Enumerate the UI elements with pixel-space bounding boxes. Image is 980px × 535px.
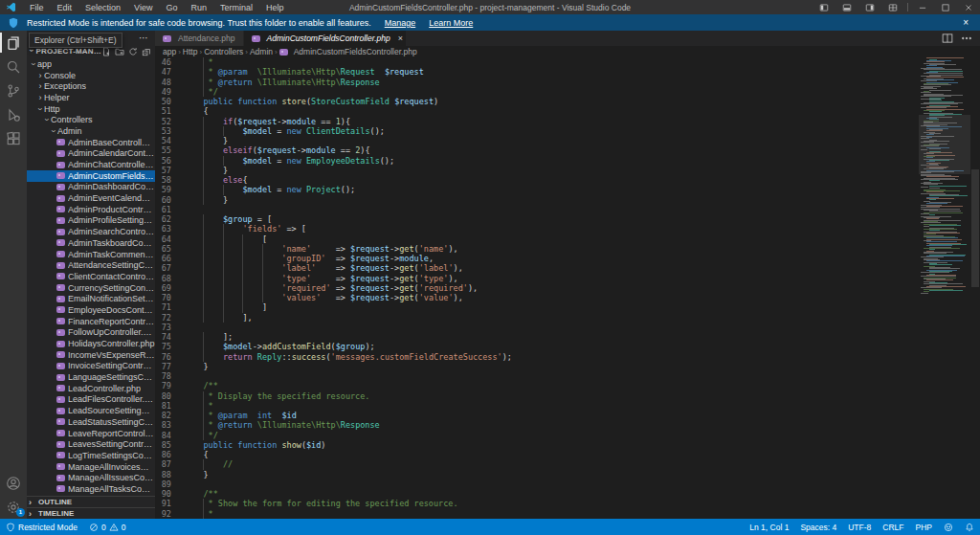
collapse-all-icon[interactable] xyxy=(142,47,151,56)
tree-item[interactable]: AdminProfileSettingsController.php xyxy=(27,215,155,227)
menu-file[interactable]: File xyxy=(23,3,51,12)
tree-item[interactable]: AdminProductController.php xyxy=(27,204,155,215)
activity-extensions[interactable] xyxy=(0,126,27,150)
breadcrumb-item[interactable]: Admin xyxy=(250,47,273,56)
activity-source-control[interactable] xyxy=(0,78,27,102)
code-line[interactable]: 69 'required' => $request->get('required… xyxy=(155,283,980,293)
views-more-actions-icon[interactable]: ⋯ xyxy=(139,33,149,43)
tree-item[interactable]: AdminCustomFieldsController.php xyxy=(27,170,155,182)
minimap[interactable] xyxy=(921,57,969,519)
status-utf-8[interactable]: UTF-8 xyxy=(842,519,877,535)
code-line[interactable]: 61 xyxy=(155,205,980,214)
status-spaces-4[interactable]: Spaces: 4 xyxy=(794,519,842,535)
menu-terminal[interactable]: Terminal xyxy=(213,3,259,12)
code-line[interactable]: 53 $model = new ClientDetails(); xyxy=(155,126,980,136)
tree-item[interactable]: AdminTaskCommentController.php xyxy=(27,249,155,260)
tree-item[interactable]: AdminTaskboardController.php xyxy=(27,237,155,249)
tree-item[interactable]: LeadStatusSettingController.php xyxy=(27,416,155,428)
code-line[interactable]: 70 'values' => $request->get('value'), xyxy=(155,293,980,302)
code-line[interactable]: 58 else{ xyxy=(155,175,980,185)
scrollbar-slider[interactable] xyxy=(971,169,979,286)
tree-item[interactable]: ›Helper xyxy=(27,92,155,103)
tree-item[interactable]: ›Controllers xyxy=(27,114,155,125)
code-line[interactable]: 83 * @return \Illuminate\Http\Response xyxy=(155,420,980,430)
code-line[interactable]: 85 public function show($id) xyxy=(155,440,980,450)
new-folder-icon[interactable] xyxy=(115,47,124,56)
close-tab-icon[interactable]: × xyxy=(398,33,403,43)
code-line[interactable]: 88 } xyxy=(155,470,980,479)
code-line[interactable]: 52 if($request->module == 1){ xyxy=(155,117,980,126)
code-line[interactable]: 90 /** xyxy=(155,489,980,499)
tree-item[interactable]: AdminChatController.php xyxy=(27,159,155,170)
code-line[interactable]: 87 // xyxy=(155,459,980,469)
tree-item[interactable]: EmployeeDocsController.php xyxy=(27,304,155,316)
menu-run[interactable]: Run xyxy=(184,3,213,12)
tree-item[interactable]: AdminSearchController.php xyxy=(27,226,155,237)
status-problems[interactable]: 00 xyxy=(83,519,131,535)
tab-admincustomfieldscontroller-php[interactable]: AdminCustomFieldsController.php× xyxy=(244,31,407,46)
layout-panel-left-icon[interactable] xyxy=(813,0,835,14)
section-timeline[interactable]: ›TIMELINE xyxy=(27,507,155,519)
code-line[interactable]: 92 * xyxy=(155,509,980,519)
status-ln-1-col-1[interactable]: Ln 1, Col 1 xyxy=(744,519,794,535)
code-line[interactable]: 65 'name' => $request->get('name'), xyxy=(155,244,980,254)
layout-panel-right-icon[interactable] xyxy=(858,0,881,14)
refresh-icon[interactable] xyxy=(128,47,138,56)
tree-item[interactable]: LeaveReportController.php xyxy=(27,428,155,439)
code-line[interactable]: 57 } xyxy=(155,166,980,175)
code-line[interactable]: 80 * Display the specified resource. xyxy=(155,391,980,401)
more-actions-icon[interactable] xyxy=(961,33,972,44)
tree-item[interactable]: FollowUpController.php xyxy=(27,327,155,339)
tree-item[interactable]: LogTimeSettingsController.php xyxy=(27,450,155,461)
minimize-icon[interactable] xyxy=(911,0,934,14)
code-line[interactable]: 91 * Show the form for editing the speci… xyxy=(155,499,980,508)
activity-run-and-debug[interactable] xyxy=(0,102,27,126)
code-editor[interactable]: 46 *47 * @param \Illuminate\Http\Request… xyxy=(155,57,980,519)
breadcrumb-item[interactable]: Controllers xyxy=(204,47,243,56)
tree-item[interactable]: EmailNotificationSettingController.php xyxy=(27,293,155,304)
code-line[interactable]: 75 $model->addCustomField($group); xyxy=(155,342,980,351)
code-line[interactable]: 48 * @return \Illuminate\Http\Response xyxy=(155,78,980,87)
breadcrumb-item[interactable]: AdminCustomFieldsController.php xyxy=(279,47,417,56)
section-outline[interactable]: ›OUTLINE xyxy=(27,496,155,507)
menu-help[interactable]: Help xyxy=(259,3,291,12)
status-feedback[interactable] xyxy=(938,519,959,535)
activity-explorer[interactable] xyxy=(0,31,27,55)
tree-item[interactable]: ManageAllInvoicesController.php xyxy=(27,461,155,473)
tree-item[interactable]: AdminEventCalendarController.php xyxy=(27,192,155,204)
layout-grid-icon[interactable] xyxy=(881,0,904,14)
tree-item[interactable]: ›app xyxy=(27,58,155,70)
tree-item[interactable]: ›Console xyxy=(27,70,155,81)
menu-go[interactable]: Go xyxy=(159,3,184,12)
code-line[interactable]: 77 } xyxy=(155,362,980,371)
tree-item[interactable]: LeadSourceSettingController.php xyxy=(27,405,155,416)
layout-panel-bottom-icon[interactable] xyxy=(835,0,858,14)
code-line[interactable]: 76 return Reply::success('messages.custo… xyxy=(155,352,980,362)
code-line[interactable]: 51 { xyxy=(155,106,980,116)
code-line[interactable]: 72 ], xyxy=(155,313,980,323)
code-line[interactable]: 64 [ xyxy=(155,234,980,244)
activity-accounts[interactable] xyxy=(0,471,27,495)
code-line[interactable]: 68 'type' => $request->get('type'), xyxy=(155,274,980,283)
split-editor-icon[interactable] xyxy=(942,33,953,44)
status-php[interactable]: PHP xyxy=(910,519,938,535)
code-line[interactable]: 50 public function store(StoreCustomFiel… xyxy=(155,97,980,106)
code-line[interactable]: 86 { xyxy=(155,450,980,459)
tree-item[interactable]: InvoiceSettingController.php xyxy=(27,361,155,372)
tree-item[interactable]: AdminBaseController.php xyxy=(27,137,155,148)
tree-item[interactable]: AdminCalendarController.php xyxy=(27,148,155,160)
code-line[interactable]: 67 'label' => $request->get('label'), xyxy=(155,263,980,273)
activity-manage[interactable]: 1 xyxy=(0,495,27,519)
tree-item[interactable]: AttendanceSettingController.php xyxy=(27,259,155,271)
code-line[interactable]: 62 $group = [ xyxy=(155,214,980,224)
breadcrumb-item[interactable]: Http xyxy=(183,47,198,56)
tree-item[interactable]: ›Admin xyxy=(27,125,155,137)
code-line[interactable]: 49 */ xyxy=(155,87,980,97)
breadcrumb-item[interactable]: app xyxy=(163,47,176,56)
code-line[interactable]: 89 xyxy=(155,479,980,489)
tree-item[interactable]: FinanceReportController.php xyxy=(27,316,155,327)
code-line[interactable]: 47 * @param \Illuminate\Http\Request $re… xyxy=(155,67,980,77)
tree-item[interactable]: LeavesSettingController.php xyxy=(27,438,155,450)
status-bell[interactable] xyxy=(959,519,980,535)
editor-scrollbar[interactable] xyxy=(970,57,980,519)
